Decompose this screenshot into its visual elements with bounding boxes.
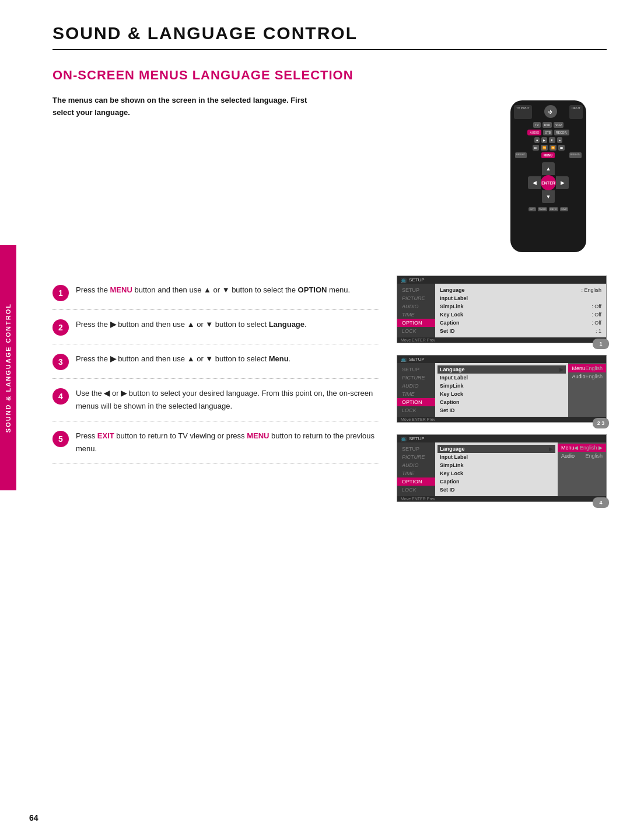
dpad-up: ▲ — [542, 162, 555, 175]
content-value: : Off — [592, 320, 601, 326]
screen-wrapper: 📺SETUPSETUPPICTUREAUDIOTIMEOPTIONLOCKLan… — [397, 276, 607, 343]
content-label: Set ID — [440, 328, 455, 334]
screen-footer: Move ENTER Prev — [397, 496, 606, 501]
step-item: 1Press the MENU button and then use ▲ or… — [52, 276, 379, 310]
content-label: Input Label — [440, 454, 468, 460]
sub-menu-col: MenuEnglishAudioEnglish — [568, 363, 606, 417]
screen-box: 📺SETUPSETUPPICTUREAUDIOTIMEOPTIONLOCKLan… — [397, 355, 607, 423]
content-row: Set ID — [440, 406, 564, 414]
remote-illustration: TV INPUT ⏻ INPUT TV DVD VCR AUDIO STB RE… — [510, 100, 586, 252]
screen-body: SETUPPICTUREAUDIOTIMEOPTIONLOCKLanguage▶… — [397, 442, 606, 496]
step-item: 3Press the ▶ button and then use ▲ or ▼ … — [52, 344, 379, 379]
recorder-btn: RECOR. — [554, 130, 569, 135]
screen-header-icon: 📺 — [401, 436, 407, 441]
page-title: SOUND & LANGUAGE CONTROL — [52, 23, 607, 50]
content-row: Key Lock — [440, 390, 564, 398]
step-text: Press the ▶ button and then use ▲ or ▼ b… — [76, 318, 307, 331]
input-btn: INPUT — [569, 105, 583, 119]
rw-btn: ⏪ — [541, 145, 548, 151]
screen-header-icon: 📺 — [401, 277, 407, 283]
content-label: Caption — [440, 320, 460, 326]
step-item: 2Press the ▶ button and then use ▲ or ▼ … — [52, 310, 379, 344]
stop-btn: ■ — [534, 137, 540, 143]
tv-input-btn: TV INPUT — [514, 105, 532, 119]
power-btn: ⏻ — [544, 105, 557, 118]
screen-menu-col: SETUPPICTUREAUDIOTIMEOPTIONLOCK — [397, 284, 435, 337]
content-label: SimpLink — [440, 462, 464, 468]
content-label: Set ID — [440, 487, 455, 493]
ff-btn: ⏩ — [550, 145, 556, 151]
dpad-right: ▶ — [556, 176, 569, 189]
remote-container: TV INPUT ⏻ INPUT TV DVD VCR AUDIO STB RE… — [490, 95, 607, 258]
content-row: Input Label — [440, 374, 564, 382]
content-label: Key Lock — [440, 470, 463, 476]
screen-box: 📺SETUPSETUPPICTUREAUDIOTIMEOPTIONLOCKLan… — [397, 434, 607, 502]
page-number: 64 — [29, 813, 38, 822]
intro-area: The menus can be shown on the screen in … — [52, 95, 607, 258]
content-label: Caption — [440, 399, 460, 405]
remote-mode-row: TV DVD VCR — [514, 122, 583, 128]
content-label: Key Lock — [440, 391, 463, 397]
dvd-btn: DVD — [542, 122, 552, 128]
remote-skip-row: ⏮ ⏪ ⏩ ⏭ — [514, 145, 583, 151]
content-row: Input Label — [440, 453, 553, 461]
play-btn: ▶ — [541, 137, 547, 143]
timer-btn: TIMER — [538, 207, 547, 211]
step-number: 5 — [52, 431, 69, 447]
screen-footer: Move ENTER Prev — [397, 337, 606, 343]
content-value: : Off — [592, 312, 601, 318]
prev-btn: ⏮ — [533, 145, 539, 151]
content-label: Language — [440, 367, 465, 372]
screen-content-col: Language▶Input LabelSimpLinkKey LockCapt… — [435, 363, 568, 417]
screen-wrapper: 📺SETUPSETUPPICTUREAUDIOTIMEOPTIONLOCKLan… — [397, 434, 607, 502]
remote-menu-row: BRIGHT- MENU BRIGHT+ — [514, 152, 583, 158]
section-title: ON-SCREEN MENUS LANGUAGE SELECTION — [52, 68, 607, 83]
steps-area: 1Press the MENU button and then use ▲ or… — [52, 276, 607, 502]
step-number: 4 — [52, 388, 69, 405]
dpad-left: ◀ — [528, 176, 541, 189]
step-text: Press EXIT button to return to TV viewin… — [76, 430, 379, 455]
menu-item: PICTURE — [397, 453, 435, 461]
screen-header: 📺SETUP — [397, 435, 606, 442]
screen-badge: 1 — [593, 339, 609, 349]
step-text: Press the ▶ button and then use ▲ or ▼ b… — [76, 353, 290, 365]
remote-dpad: ▲ ▼ ◀ ▶ ENTER — [528, 162, 569, 203]
step-text: Use the ◀ or ▶ button to select your des… — [76, 387, 379, 413]
menu-item: PICTURE — [397, 374, 435, 382]
record-btn: ● — [557, 137, 562, 143]
screen-badge: 4 — [593, 497, 609, 508]
content-row: Caption: Off — [440, 319, 601, 327]
sub-menu-item: Menu◀ English ▶ — [558, 444, 606, 452]
content-row: Key Lock — [440, 469, 553, 477]
content-row: SimpLink — [440, 382, 564, 390]
content-row: Input Label — [440, 294, 601, 302]
menu-btn: MENU — [541, 152, 555, 158]
menu-item: OPTION — [397, 477, 435, 486]
dpad-down: ▼ — [542, 190, 555, 203]
content-row: Language▶ — [438, 365, 566, 374]
step-number: 1 — [52, 285, 69, 301]
steps-list: 1Press the MENU button and then use ▲ or… — [52, 276, 379, 502]
intro-text: The menus can be shown on the screen in … — [52, 95, 321, 119]
bright-minus-btn: BRIGHT- — [515, 152, 527, 158]
menu-item: TIME — [397, 469, 435, 477]
screen-box: 📺SETUPSETUPPICTUREAUDIOTIMEOPTIONLOCKLan… — [397, 276, 607, 343]
step-item: 5Press EXIT button to return to TV viewi… — [52, 421, 379, 464]
dpad-enter: ENTER — [541, 175, 556, 190]
menu-item: OPTION — [397, 398, 435, 406]
content-row: Set ID — [440, 486, 553, 494]
next-btn: ⏭ — [558, 145, 565, 151]
sub-menu-item: AudioEnglish — [568, 372, 606, 381]
screen-footer: Move ENTER Prev — [397, 417, 606, 422]
content-label: Language — [440, 287, 465, 293]
menu-item: LOCK — [397, 327, 435, 335]
pause-btn: ⏸ — [549, 137, 555, 143]
tv-btn: TV — [533, 122, 540, 128]
menu-item: TIME — [397, 311, 435, 319]
remote-source-row: AUDIO STB RECOR. — [514, 130, 583, 135]
remote-top-row: TV INPUT ⏻ INPUT — [514, 105, 583, 119]
stb-btn: STB — [543, 130, 552, 135]
side-tab-label: SOUND & LANGUAGE CONTROL — [5, 303, 12, 433]
screens-column: 📺SETUPSETUPPICTUREAUDIOTIMEOPTIONLOCKLan… — [397, 276, 607, 502]
screen-menu-col: SETUPPICTUREAUDIOTIMEOPTIONLOCK — [397, 442, 435, 496]
